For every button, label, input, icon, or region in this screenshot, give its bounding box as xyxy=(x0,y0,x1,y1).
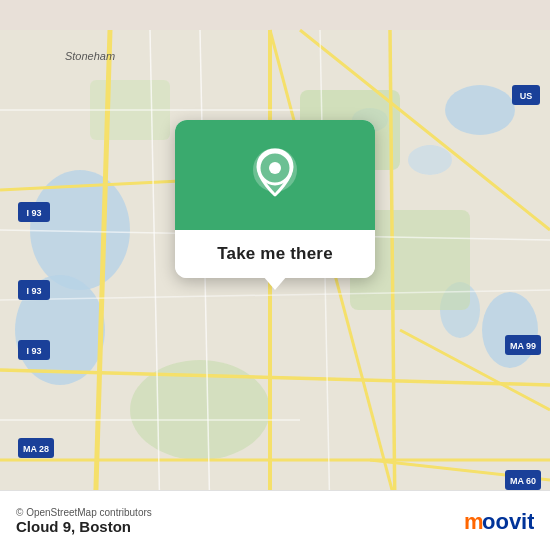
svg-point-1 xyxy=(445,85,515,135)
svg-text:oovit: oovit xyxy=(482,509,534,534)
svg-text:I 93: I 93 xyxy=(26,208,41,218)
bottom-info: © OpenStreetMap contributors Cloud 9, Bo… xyxy=(16,507,152,535)
location-pin-icon xyxy=(250,145,300,205)
popup-caret xyxy=(263,276,287,290)
svg-text:MA 60: MA 60 xyxy=(510,476,536,486)
take-me-there-button[interactable]: Take me there xyxy=(217,244,333,264)
attribution-text: © OpenStreetMap contributors xyxy=(16,507,152,518)
svg-point-47 xyxy=(269,162,281,174)
svg-point-6 xyxy=(408,145,452,175)
bottom-bar: © OpenStreetMap contributors Cloud 9, Bo… xyxy=(0,490,550,550)
svg-text:MA 99: MA 99 xyxy=(510,341,536,351)
svg-point-4 xyxy=(482,292,538,368)
svg-text:I 93: I 93 xyxy=(26,346,41,356)
popup-card: Take me there xyxy=(175,120,375,278)
svg-text:MA 28: MA 28 xyxy=(23,444,49,454)
popup-top xyxy=(175,120,375,230)
moovit-logo-svg: m oovit xyxy=(464,507,534,535)
map-container: I 93 I 93 I 93 MA 28 US MA 99 MA 60 Ston… xyxy=(0,0,550,550)
location-name: Cloud 9, Boston xyxy=(16,518,152,535)
svg-text:I 93: I 93 xyxy=(26,286,41,296)
svg-text:US: US xyxy=(520,91,533,101)
popup-bottom: Take me there xyxy=(175,230,375,278)
moovit-logo: m oovit xyxy=(464,507,534,535)
svg-text:Stoneham: Stoneham xyxy=(65,50,115,62)
svg-text:m: m xyxy=(464,509,484,534)
